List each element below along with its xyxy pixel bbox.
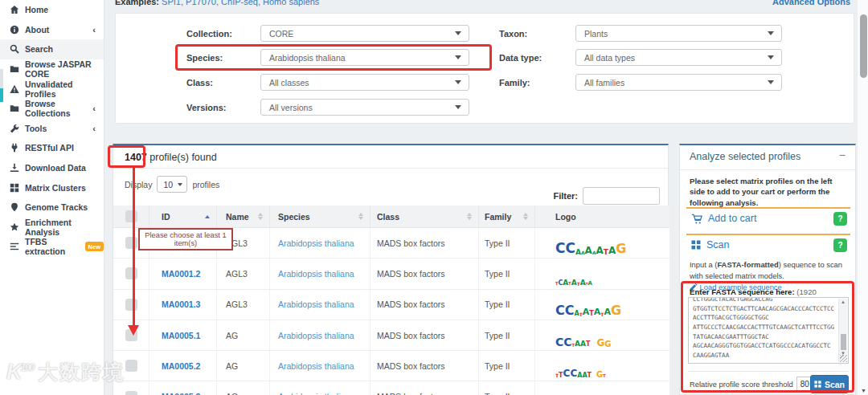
header-name[interactable]: Name	[217, 206, 270, 227]
species-link[interactable]: Arabidopsis thaliana	[278, 299, 354, 309]
header-id[interactable]: ID	[149, 206, 217, 227]
profile-id-link[interactable]: MA0005.1	[162, 331, 200, 340]
scroll-up-icon[interactable]: ▲	[841, 299, 845, 304]
sidebar-scrollbar-track	[0, 69, 3, 88]
class-select[interactable]: All classes	[260, 74, 469, 91]
list-icon	[10, 242, 19, 251]
fasta-sequence-input[interactable]: CCTGGGCTACACTGAGCACCAG GTGGTCTCCTCTGACTT…	[688, 297, 849, 364]
species-link[interactable]: Arabidopsis thaliana	[278, 392, 354, 395]
species-link[interactable]: Arabidopsis thaliana	[278, 238, 354, 248]
examples-links[interactable]: SPI1, P17070, ChIP-seq, Homo sapiens	[162, 0, 319, 6]
add-to-cart-button[interactable]: Add to cart	[691, 213, 756, 224]
plug-icon	[10, 143, 19, 153]
sidebar-item-home[interactable]: Home	[0, 0, 104, 20]
datatype-select[interactable]: All data types	[575, 49, 782, 66]
sidebar-item-browse-jaspar-core[interactable]: Browse JASPAR CORE	[0, 59, 104, 79]
taxon-select[interactable]: Plants	[575, 25, 782, 42]
chevron-left-icon: ‹	[92, 25, 96, 35]
sidebar-item-download-data[interactable]: Download Data	[0, 158, 104, 178]
profile-id-link[interactable]: MA0005.2	[162, 361, 200, 371]
profile-name: AGL3	[226, 269, 248, 279]
sidebar: Home About ‹ Search Browse JASPAR CORE U…	[0, 0, 104, 395]
row-checkbox[interactable]	[125, 299, 137, 311]
resize-handle[interactable]	[840, 355, 847, 362]
header-species[interactable]: Species	[270, 206, 371, 227]
scan-button[interactable]: Scan	[810, 375, 849, 393]
profile-class: MADS box factors	[377, 238, 445, 248]
new-badge: New	[85, 242, 104, 251]
sequence-logo: TCATATATA	[555, 262, 592, 286]
help-button[interactable]: ?	[833, 238, 847, 252]
sidebar-item-enrichment-analysis[interactable]: Enrichment Analysis	[0, 218, 104, 238]
sidebar-item-label: About	[25, 25, 49, 35]
row-checkbox[interactable]	[125, 360, 137, 372]
sidebar-item-label: Enrichment Analysis	[25, 218, 104, 237]
header-logo: Logo	[535, 206, 669, 227]
map-marker-icon	[10, 202, 19, 212]
sidebar-item-matrix-clusters[interactable]: Matrix Clusters	[0, 177, 104, 198]
page-size-select[interactable]: 10	[157, 176, 187, 193]
select-all-header	[113, 206, 149, 227]
sidebar-item-search[interactable]: Search	[0, 39, 104, 59]
cart-icon	[691, 214, 702, 224]
select-all-checkbox[interactable]	[125, 210, 137, 222]
collapse-panel-button[interactable]: −	[839, 149, 845, 161]
sequence-logo: CCATATATAG	[555, 292, 621, 316]
textarea-scrollbar-thumb[interactable]	[841, 334, 846, 350]
sort-icon	[205, 215, 210, 218]
profile-name: AG	[226, 361, 238, 371]
species-select[interactable]: Arabidopsis thaliana	[260, 49, 469, 66]
profile-family: Type II	[485, 331, 510, 340]
versions-value: All versions	[269, 103, 313, 112]
sidebar-item-tools[interactable]: Tools ‹	[0, 119, 104, 139]
sidebar-item-about[interactable]: About ‹	[0, 20, 104, 40]
page-scrollbar[interactable]: ▼	[857, 0, 868, 395]
profile-id-link[interactable]: MA0001.3	[162, 299, 200, 309]
warning-triangle-icon	[10, 84, 19, 94]
filter-input[interactable]	[583, 187, 660, 205]
profile-id-link[interactable]: MA0005.3	[162, 392, 200, 395]
sidebar-scrollbar-thumb[interactable]	[0, 88, 3, 102]
header-family[interactable]: Family	[479, 206, 535, 227]
sort-icon	[258, 213, 263, 221]
profile-name: AGL3	[226, 299, 248, 309]
sidebar-item-genome-tracks[interactable]: Genome Tracks	[0, 198, 104, 218]
display-label: Display	[125, 180, 152, 189]
species-link[interactable]: Arabidopsis thaliana	[278, 331, 354, 340]
species-link[interactable]: Arabidopsis thaliana	[278, 361, 354, 371]
row-checkbox[interactable]	[125, 391, 137, 395]
family-select[interactable]: All families	[575, 74, 782, 91]
taxon-label: Taxon:	[499, 29, 527, 39]
family-label: Family:	[499, 78, 530, 88]
collection-select[interactable]: CORE	[260, 25, 469, 42]
table-row: MA0001.2 AGL3 Arabidopsis thaliana MADS …	[113, 259, 669, 289]
datatype-value: All data types	[584, 53, 635, 63]
help-button[interactable]: ?	[833, 212, 847, 226]
sidebar-item-browse-collections[interactable]: Browse Collections ‹	[0, 99, 104, 119]
chevron-left-icon: ‹	[92, 124, 96, 133]
versions-select[interactable]: All versions	[260, 99, 469, 116]
profile-id-link[interactable]: MA0001.2	[162, 269, 200, 279]
scan-section-button[interactable]: Scan	[691, 239, 730, 250]
sidebar-item-tfbs-extraction[interactable]: TFBS extraction New	[0, 237, 104, 257]
row-checkbox[interactable]	[125, 237, 137, 249]
header-class[interactable]: Class	[371, 206, 479, 227]
analyze-panel-title: Analyze selected profiles	[690, 151, 800, 162]
sidebar-item-restful-api[interactable]: RESTful API	[0, 138, 104, 158]
table-row: MA0005.2 AG Arabidopsis thaliana MADS bo…	[113, 351, 669, 381]
star-icon	[10, 222, 19, 232]
folder-icon	[10, 64, 19, 74]
sidebar-item-unvalidated-profiles[interactable]: Unvalidated Profiles	[0, 79, 104, 99]
row-checkbox[interactable]	[125, 267, 137, 279]
jaspar-search-page: Home About ‹ Search Browse JASPAR CORE U…	[0, 0, 868, 395]
table-header-row: ID Name Species Class Family Logo	[113, 206, 669, 228]
species-link[interactable]: Arabidopsis thaliana	[278, 269, 354, 279]
display-suffix: profiles	[192, 180, 219, 189]
scroll-down-icon[interactable]: ▼	[861, 388, 866, 393]
textarea-scrollbar[interactable]: ▲ ▼	[838, 299, 847, 362]
chevron-down-icon	[455, 31, 461, 35]
advanced-options-link[interactable]: Advanced Options	[772, 0, 850, 6]
profile-class: MADS box factors	[377, 331, 445, 340]
family-value: All families	[584, 78, 624, 88]
page-scrollbar-thumb[interactable]	[860, 14, 867, 78]
